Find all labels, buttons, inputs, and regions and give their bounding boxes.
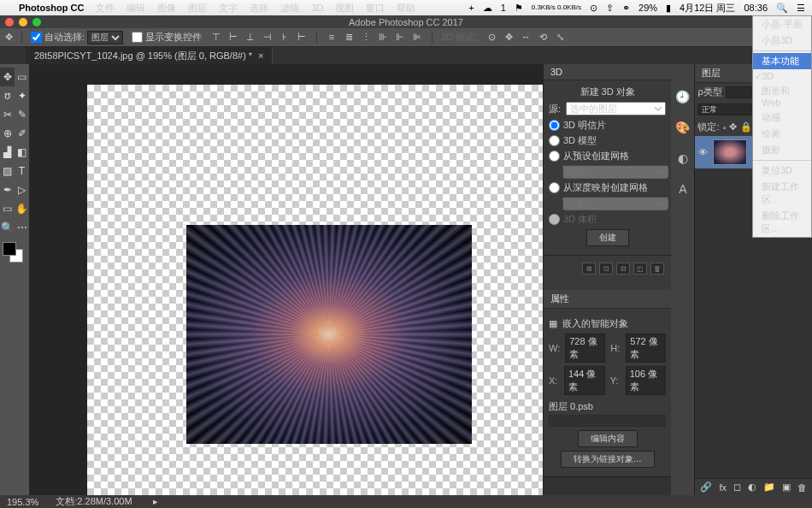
doc-size[interactable]: 文档:2.28M/3.00M bbox=[56, 495, 132, 508]
edit-toolbar[interactable]: ⋯ bbox=[15, 218, 29, 237]
3d-footer-icon-3[interactable]: ⊟ bbox=[616, 263, 630, 275]
lock-all-icon[interactable]: 🔒 bbox=[740, 121, 752, 133]
canvas-area[interactable] bbox=[29, 64, 543, 495]
pen-tool[interactable]: ✒ bbox=[0, 180, 15, 199]
convert-linked-button[interactable]: 转换为链接对象… bbox=[561, 451, 655, 468]
dist-3-icon[interactable]: ⋮ bbox=[360, 32, 372, 43]
ws-item-painting[interactable]: 绘画 bbox=[753, 126, 811, 142]
3d-roll-icon[interactable]: ⟲ bbox=[537, 32, 549, 43]
menu-select[interactable]: 选择 bbox=[250, 2, 268, 15]
ws-item-essentials[interactable]: 基本功能 bbox=[753, 53, 811, 69]
align-left-icon[interactable]: ⊣ bbox=[262, 32, 274, 43]
menu-filter[interactable]: 滤镜 bbox=[280, 2, 299, 15]
fx-icon[interactable]: fx bbox=[719, 482, 727, 493]
status-flag-icon[interactable]: ⚑ bbox=[515, 3, 523, 14]
layer-thumbnail[interactable] bbox=[713, 139, 747, 165]
zoom-tool[interactable]: 🔍 bbox=[0, 218, 15, 237]
heal-tool[interactable]: ⊕ bbox=[0, 124, 15, 143]
spotlight-icon[interactable]: 🔍 bbox=[776, 3, 788, 14]
ws-item-delete[interactable]: 删除工作区… bbox=[753, 208, 811, 237]
hand-tool[interactable]: ✋ bbox=[15, 199, 29, 218]
ws-item-motion[interactable]: 动感 bbox=[753, 109, 811, 126]
status-hotspot-icon[interactable]: ⊙ bbox=[590, 3, 597, 14]
smart-object-layer[interactable] bbox=[186, 225, 472, 444]
char-icon[interactable]: A bbox=[675, 182, 691, 198]
3d-panel-tab[interactable]: 3D bbox=[550, 67, 562, 77]
auto-select-dropdown[interactable]: 图层 bbox=[87, 31, 123, 44]
document-tab[interactable]: 28t58PICSYT_1024.jpg @ 195% (图层 0, RGB/8… bbox=[26, 47, 273, 65]
lasso-tool[interactable]: ʊ bbox=[0, 86, 15, 105]
x-value[interactable]: 144 像素 bbox=[564, 366, 605, 395]
status-batt[interactable]: 29% bbox=[638, 3, 657, 13]
3d-footer-icon-5[interactable]: 🗑 bbox=[650, 263, 664, 275]
h-value[interactable]: 572 像素 bbox=[626, 334, 666, 363]
source-dropdown[interactable]: 选中的图层 bbox=[566, 102, 666, 115]
ws-item-reset[interactable]: 复位3D bbox=[753, 162, 811, 179]
minimize-window-button[interactable] bbox=[19, 18, 27, 27]
zoom-window-button[interactable] bbox=[32, 18, 41, 27]
eyedropper-tool[interactable]: ✎ bbox=[15, 105, 29, 124]
create-button[interactable]: 创建 bbox=[586, 229, 629, 246]
edit-contents-button[interactable]: 编辑内容 bbox=[578, 430, 638, 447]
3d-footer-icon-2[interactable]: ⊡ bbox=[599, 263, 613, 275]
new-layer-icon[interactable]: ▣ bbox=[782, 481, 791, 493]
ws-item-graphic-web[interactable]: 图形和 Web bbox=[753, 83, 811, 109]
color-icon[interactable]: 🎨 bbox=[675, 121, 691, 136]
3d-footer-icon-4[interactable]: ◫ bbox=[633, 263, 647, 275]
properties-tab[interactable]: 属性 bbox=[550, 292, 569, 305]
menu-image[interactable]: 图像 bbox=[157, 2, 176, 15]
align-top-icon[interactable]: ⊤ bbox=[210, 32, 222, 43]
visibility-icon[interactable]: 👁 bbox=[698, 147, 708, 157]
brush-tool[interactable]: ✐ bbox=[15, 124, 29, 143]
w-value[interactable]: 728 像素 bbox=[565, 334, 605, 363]
trash-icon[interactable]: 🗑 bbox=[797, 482, 807, 493]
status-chevron-icon[interactable]: ▸ bbox=[153, 496, 158, 507]
menu-window[interactable]: 窗口 bbox=[366, 2, 385, 15]
close-tab-icon[interactable]: × bbox=[258, 50, 263, 61]
3d-footer-icon-1[interactable]: ⊞ bbox=[582, 263, 596, 275]
mask-icon[interactable]: ◻ bbox=[733, 481, 741, 493]
ws-item-custom2[interactable]: 小昌3D bbox=[753, 32, 811, 49]
ws-item-photography[interactable]: 摄影 bbox=[753, 142, 811, 158]
menu-3d[interactable]: 3D bbox=[311, 3, 323, 13]
3d-pan-icon[interactable]: ✥ bbox=[503, 32, 515, 43]
status-wifi-icon[interactable]: ⇪ bbox=[606, 3, 614, 14]
marquee-tool[interactable]: ▭ bbox=[15, 68, 29, 86]
path-tool[interactable]: ▷ bbox=[15, 180, 29, 199]
model-radio[interactable] bbox=[549, 135, 560, 146]
status-cloud-icon[interactable]: ☁ bbox=[483, 3, 492, 14]
crop-tool[interactable]: ✂ bbox=[0, 105, 15, 124]
lock-pixels-icon[interactable]: ▫ bbox=[723, 122, 727, 133]
history-icon[interactable]: 🕘 bbox=[675, 90, 691, 105]
lock-pos-icon[interactable]: ✥ bbox=[729, 121, 737, 133]
ws-item-3d[interactable]: 3D bbox=[753, 69, 811, 83]
ws-item-custom1[interactable]: 小昌-平面 bbox=[753, 16, 811, 32]
dist-6-icon[interactable]: ⊫ bbox=[411, 32, 423, 43]
menu-file[interactable]: 文件 bbox=[96, 2, 115, 15]
status-time[interactable]: 08:36 bbox=[744, 3, 768, 13]
canvas[interactable] bbox=[87, 85, 543, 495]
menu-type[interactable]: 文字 bbox=[219, 2, 238, 15]
foreground-swatch[interactable] bbox=[3, 242, 16, 256]
eraser-tool[interactable]: ◧ bbox=[15, 143, 29, 162]
3d-orbit-icon[interactable]: ⊙ bbox=[485, 32, 497, 43]
adjustment-icon[interactable]: ◐ bbox=[748, 481, 756, 493]
stamp-tool[interactable]: ▟ bbox=[0, 143, 15, 162]
wand-tool[interactable]: ✦ bbox=[15, 86, 29, 105]
show-transform-checkbox[interactable] bbox=[132, 32, 143, 43]
menu-help[interactable]: 帮助 bbox=[397, 2, 415, 15]
workspace-menu[interactable]: 小昌-平面 小昌3D 基本功能 3D 图形和 Web 动感 绘画 摄影 复位3D… bbox=[752, 15, 812, 238]
adjust-icon[interactable]: ◐ bbox=[675, 151, 691, 167]
shape-tool[interactable]: ▭ bbox=[0, 199, 15, 218]
ws-item-new[interactable]: 新建工作区… bbox=[753, 179, 811, 208]
3d-zoom-icon[interactable]: ↔ bbox=[520, 32, 532, 43]
status-bt-icon[interactable]: ⚭ bbox=[622, 3, 630, 14]
align-hcenter-icon[interactable]: ⊦ bbox=[279, 32, 291, 43]
menu-layer[interactable]: 图层 bbox=[188, 2, 207, 15]
3d-scale-icon[interactable]: ⤡ bbox=[554, 32, 566, 43]
zoom-level[interactable]: 195.3% bbox=[7, 497, 38, 507]
close-window-button[interactable] bbox=[5, 18, 14, 27]
move-tool[interactable]: ✥ bbox=[0, 68, 15, 86]
preset-radio[interactable] bbox=[549, 151, 560, 162]
auto-select-checkbox[interactable] bbox=[31, 32, 42, 43]
